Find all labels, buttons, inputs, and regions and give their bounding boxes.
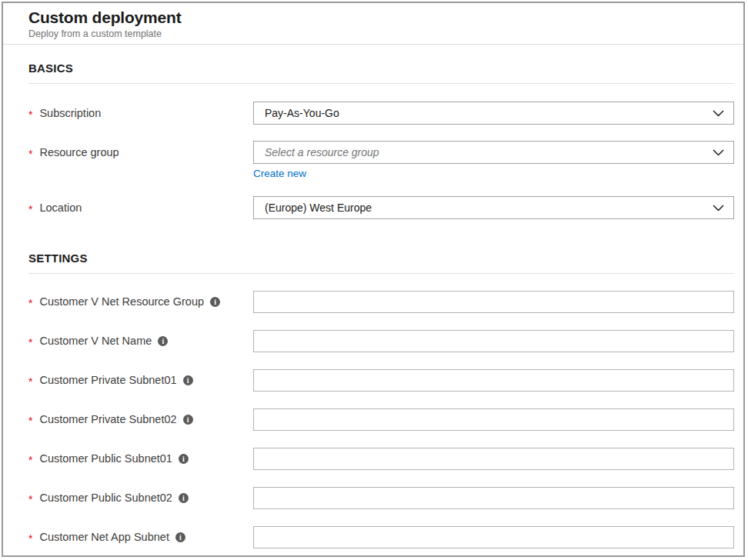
location-value: (Europe) West Europe	[265, 202, 372, 214]
field-label-group: * Customer V Net Resource Group i	[28, 290, 253, 313]
location-label: Location	[39, 201, 82, 215]
required-asterisk: *	[28, 494, 32, 505]
info-icon[interactable]: i	[183, 375, 193, 385]
resource-group-label-group: * Resource group	[28, 141, 253, 164]
info-icon[interactable]: i	[158, 336, 168, 346]
custom-deployment-panel: Custom deployment Deploy from a custom t…	[2, 2, 745, 557]
field-label: Customer Public Subnet02	[39, 491, 172, 505]
info-icon[interactable]: i	[179, 454, 189, 464]
resource-group-row: * Resource group Select a resource group…	[28, 141, 743, 180]
page-title: Custom deployment	[28, 8, 718, 27]
subscription-control: Pay-As-You-Go	[253, 102, 734, 125]
customer-private-subnet02-input[interactable]	[253, 408, 734, 431]
field-label-group: * Customer V Net Name i	[28, 329, 253, 352]
field-label: Customer Public Subnet01	[39, 452, 172, 465]
field-label: Customer V Net Resource Group	[39, 295, 204, 308]
subscription-value: Pay-As-You-Go	[265, 107, 339, 119]
resource-group-label: Resource group	[39, 145, 119, 159]
subscription-label-group: * Subscription	[28, 102, 253, 125]
info-icon[interactable]: i	[179, 493, 189, 503]
customer-public-subnet01-row: * Customer Public Subnet01 i	[28, 447, 743, 470]
resource-group-placeholder: Select a resource group	[265, 146, 379, 158]
chevron-down-icon	[713, 205, 724, 212]
form-content: BASICS * Subscription Pay-As-You-Go * Re…	[3, 62, 743, 548]
field-label-group: * Customer Public Subnet02 i	[28, 486, 253, 509]
required-asterisk: *	[28, 148, 32, 159]
customer-public-subnet02-input[interactable]	[253, 487, 734, 509]
customer-v-net-resource-group-input[interactable]	[253, 291, 734, 313]
customer-net-app-subnet-input[interactable]	[253, 526, 734, 548]
field-label-group: * Customer Net App Subnet i	[28, 525, 253, 548]
required-asterisk: *	[28, 533, 32, 544]
field-label: Customer V Net Name	[39, 334, 152, 348]
required-asterisk: *	[28, 109, 32, 120]
resource-group-control: Select a resource group Create new	[253, 141, 734, 180]
required-asterisk: *	[28, 376, 32, 387]
section-title-settings: SETTINGS	[28, 252, 734, 274]
chevron-down-icon	[713, 110, 724, 117]
customer-v-net-name-input[interactable]	[253, 330, 734, 352]
location-row: * Location (Europe) West Europe	[28, 196, 743, 219]
resource-group-dropdown[interactable]: Select a resource group	[253, 141, 734, 164]
customer-public-subnet02-row: * Customer Public Subnet02 i	[28, 486, 743, 509]
create-new-link[interactable]: Create new	[253, 168, 306, 179]
info-icon[interactable]: i	[210, 297, 220, 307]
field-label: Customer Private Subnet01	[39, 373, 176, 387]
customer-public-subnet01-input[interactable]	[253, 448, 734, 470]
required-asterisk: *	[28, 298, 32, 308]
panel-header: Custom deployment Deploy from a custom t…	[3, 3, 743, 45]
location-control: (Europe) West Europe	[253, 196, 734, 219]
customer-v-net-resource-group-row: * Customer V Net Resource Group i	[28, 290, 743, 313]
customer-private-subnet01-input[interactable]	[253, 369, 734, 392]
subscription-label: Subscription	[39, 106, 101, 120]
customer-private-subnet01-row: * Customer Private Subnet01 i	[28, 368, 743, 392]
required-asterisk: *	[28, 204, 32, 215]
info-icon[interactable]: i	[175, 532, 185, 542]
location-label-group: * Location	[28, 196, 253, 219]
subscription-row: * Subscription Pay-As-You-Go	[28, 102, 743, 125]
field-label-group: * Customer Public Subnet01 i	[28, 447, 253, 470]
field-label: Customer Private Subnet02	[39, 412, 176, 426]
customer-private-subnet02-row: * Customer Private Subnet02 i	[28, 408, 743, 431]
customer-net-app-subnet-row: * Customer Net App Subnet i	[28, 525, 743, 548]
page-subtitle: Deploy from a custom template	[28, 28, 718, 40]
required-asterisk: *	[28, 337, 32, 348]
field-label-group: * Customer Private Subnet01 i	[28, 368, 253, 392]
field-label: Customer Net App Subnet	[39, 530, 169, 544]
info-icon[interactable]: i	[183, 415, 193, 425]
field-label-group: * Customer Private Subnet02 i	[28, 408, 253, 431]
section-title-basics: BASICS	[28, 62, 734, 84]
required-asterisk: *	[28, 415, 32, 426]
required-asterisk: *	[28, 455, 32, 465]
subscription-dropdown[interactable]: Pay-As-You-Go	[253, 102, 734, 125]
chevron-down-icon	[713, 149, 724, 156]
customer-v-net-name-row: * Customer V Net Name i	[28, 329, 743, 352]
location-dropdown[interactable]: (Europe) West Europe	[253, 196, 734, 219]
